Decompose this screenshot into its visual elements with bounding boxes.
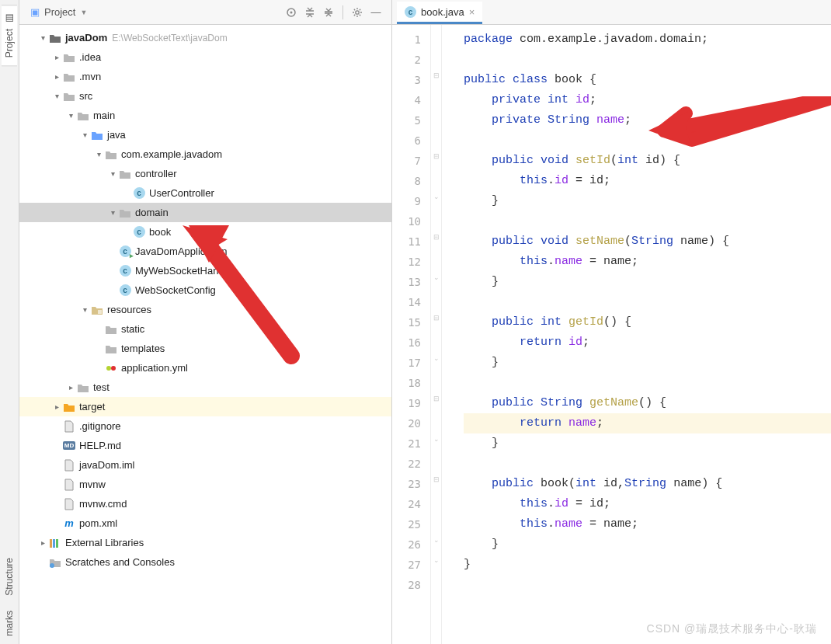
scratch-icon bbox=[49, 556, 61, 569]
tree-item-External-Libraries[interactable]: ▸External Libraries bbox=[19, 533, 391, 552]
folder-grey-icon bbox=[63, 51, 75, 64]
folder-grey-icon bbox=[63, 71, 75, 83]
class-icon: c bbox=[405, 6, 416, 18]
folder-grey-icon bbox=[119, 207, 131, 219]
chevron-down-icon: ▼ bbox=[80, 9, 87, 16]
tree-item-resources[interactable]: ▾resources bbox=[19, 300, 391, 319]
tree-item-controller[interactable]: ▾controller bbox=[19, 164, 391, 183]
project-window-icon: ▣ bbox=[30, 6, 40, 18]
editor-tab-bar: c book.java × bbox=[392, 0, 831, 25]
hide-panel-icon[interactable]: — bbox=[369, 5, 383, 19]
tree-item--idea[interactable]: ▸.idea bbox=[19, 47, 391, 67]
select-open-file-icon[interactable] bbox=[284, 5, 298, 19]
tree-item-java[interactable]: ▾java bbox=[19, 125, 391, 144]
tree-item--mvn[interactable]: ▸.mvn bbox=[19, 67, 391, 86]
svg-rect-8 bbox=[56, 539, 58, 548]
tree-item-test[interactable]: ▸test bbox=[19, 378, 391, 397]
file-icon bbox=[63, 479, 75, 491]
tree-item-application-yml[interactable]: application.yml bbox=[19, 358, 391, 378]
tree-item-book[interactable]: cbook bbox=[19, 222, 391, 242]
rail-project-tab[interactable]: Project ▤ bbox=[2, 5, 17, 66]
tree-item-UserController[interactable]: cUserController bbox=[19, 183, 391, 203]
tree-item-pom-xml[interactable]: mpom.xml bbox=[19, 513, 391, 533]
tree-item-mvnw[interactable]: mvnw bbox=[19, 475, 391, 494]
tree-item-src[interactable]: ▾src bbox=[19, 86, 391, 106]
maven-icon: m bbox=[63, 517, 75, 530]
folder-grey-icon bbox=[77, 110, 89, 122]
rail-structure-tab[interactable]: Structure bbox=[2, 550, 17, 604]
tree-item-target[interactable]: ▸target bbox=[19, 397, 391, 416]
code-area[interactable]: package com.example.javadom.domain;publi… bbox=[442, 25, 831, 644]
gear-icon[interactable] bbox=[350, 5, 364, 19]
project-toolbar: ▣ Project ▼ — bbox=[19, 0, 391, 25]
expand-all-icon[interactable] bbox=[303, 5, 317, 19]
editor-tab-book[interactable]: c book.java × bbox=[397, 2, 482, 24]
watermark: CSDN @瑞晟技术服务中心-耿瑞 bbox=[647, 622, 817, 636]
file-icon bbox=[63, 420, 75, 433]
md-icon: MD bbox=[63, 440, 75, 452]
class-run-icon: c▸ bbox=[119, 245, 131, 258]
tree-item--gitignore[interactable]: .gitignore bbox=[19, 416, 391, 436]
collapse-all-icon[interactable] bbox=[322, 5, 336, 19]
tree-item-mvnw-cmd[interactable]: mvnw.cmd bbox=[19, 494, 391, 513]
tree-item-WebSocketConfig[interactable]: cWebSocketConfig bbox=[19, 280, 391, 300]
folder-grey-icon bbox=[105, 323, 117, 336]
editor-area: c book.java × 12345678910111213141516171… bbox=[392, 0, 831, 644]
fold-gutter[interactable]: ⊟⊟⌄⊟⌄⊟⌄⊟⌄⊟⌄⌄ bbox=[431, 25, 442, 644]
tree-item-main[interactable]: ▾main bbox=[19, 106, 391, 125]
svg-rect-6 bbox=[50, 539, 52, 548]
class-icon: c bbox=[133, 187, 145, 200]
folder-res-icon bbox=[91, 304, 103, 316]
tree-item-static[interactable]: static bbox=[19, 319, 391, 339]
class-icon: c bbox=[133, 226, 145, 238]
svg-point-2 bbox=[356, 10, 359, 13]
tree-item-HELP-md[interactable]: MDHELP.md bbox=[19, 436, 391, 455]
class-icon: c bbox=[119, 265, 131, 277]
tree-item-templates[interactable]: templates bbox=[19, 339, 391, 358]
class-icon: c bbox=[119, 284, 131, 297]
folder-grey-icon bbox=[119, 168, 131, 180]
rail-bookmarks-tab[interactable]: marks bbox=[2, 603, 17, 644]
tree-item-JavaDomApplication[interactable]: c▸JavaDomApplication bbox=[19, 242, 391, 261]
line-number-gutter: 1234567891011121314151617181920212223242… bbox=[392, 25, 431, 644]
tree-item-javaDom[interactable]: ▾javaDomE:\WebSocketText\javaDom bbox=[19, 28, 391, 47]
folder-orange-icon bbox=[63, 401, 75, 413]
project-panel: ▣ Project ▼ — ▾javaDomE:\WebSocketText\j… bbox=[19, 0, 392, 644]
tree-item-com-example-javadom[interactable]: ▾com.example.javadom bbox=[19, 144, 391, 164]
yml-icon bbox=[105, 362, 117, 374]
project-view-selector[interactable]: ▣ Project ▼ bbox=[26, 5, 92, 19]
folder-grey-icon bbox=[105, 343, 117, 355]
left-tool-rail: Project ▤ Structure marks bbox=[0, 0, 19, 644]
svg-rect-7 bbox=[53, 539, 55, 548]
svg-point-1 bbox=[290, 11, 293, 13]
svg-rect-3 bbox=[98, 310, 102, 314]
svg-point-4 bbox=[106, 366, 111, 371]
folder-grey-icon bbox=[105, 148, 117, 161]
tree-item-Scratches-and-Consoles[interactable]: Scratches and Consoles bbox=[19, 552, 391, 572]
svg-point-9 bbox=[50, 563, 54, 568]
file-icon bbox=[63, 459, 75, 472]
project-tree[interactable]: ▾javaDomE:\WebSocketText\javaDom▸.idea▸.… bbox=[19, 25, 391, 644]
close-icon[interactable]: × bbox=[469, 6, 475, 18]
folder-grey-icon bbox=[63, 90, 75, 103]
svg-point-5 bbox=[111, 366, 116, 371]
folder-blue-icon bbox=[91, 129, 103, 141]
tree-item-MyWebSocketHandler[interactable]: cMyWebSocketHandler bbox=[19, 261, 391, 280]
project-window-icon: ▤ bbox=[4, 13, 15, 24]
folder-grey-icon bbox=[77, 381, 89, 394]
editor-body[interactable]: 1234567891011121314151617181920212223242… bbox=[392, 25, 831, 644]
folder-root-icon bbox=[49, 32, 61, 44]
tab-label: book.java bbox=[421, 6, 464, 18]
file-icon bbox=[63, 498, 75, 510]
lib-icon bbox=[49, 537, 61, 549]
tree-item-javaDom-iml[interactable]: javaDom.iml bbox=[19, 455, 391, 475]
tree-item-domain[interactable]: ▾domain bbox=[19, 203, 391, 222]
